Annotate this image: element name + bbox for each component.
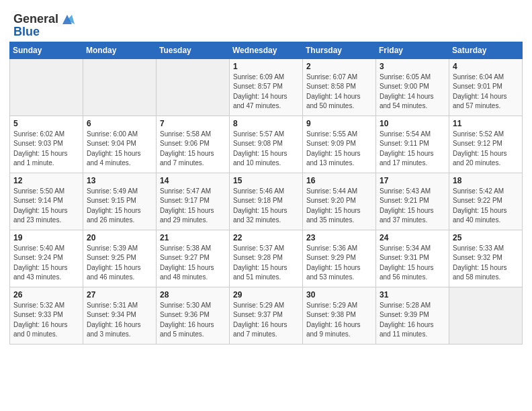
- day-number: 2: [306, 62, 372, 71]
- day-number: 10: [380, 119, 445, 128]
- calendar-day-cell: [83, 58, 157, 116]
- day-number: 14: [160, 176, 226, 185]
- day-number: 1: [233, 62, 299, 71]
- day-info: Sunrise: 5:30 AM Sunset: 9:36 PM Dayligh…: [160, 301, 226, 340]
- day-number: 27: [87, 290, 152, 300]
- weekday-header-saturday: Saturday: [449, 42, 523, 58]
- calendar-day-cell: 9Sunrise: 5:55 AM Sunset: 9:09 PM Daylig…: [303, 116, 376, 173]
- day-number: 28: [160, 290, 226, 300]
- day-number: 30: [306, 290, 372, 300]
- day-info: Sunrise: 6:09 AM Sunset: 8:57 PM Dayligh…: [233, 73, 299, 111]
- day-info: Sunrise: 5:29 AM Sunset: 9:37 PM Dayligh…: [233, 301, 299, 340]
- day-info: Sunrise: 5:47 AM Sunset: 9:17 PM Dayligh…: [160, 187, 226, 226]
- day-number: 25: [453, 233, 519, 242]
- calendar-day-cell: 12Sunrise: 5:50 AM Sunset: 9:14 PM Dayli…: [10, 173, 83, 230]
- day-info: Sunrise: 5:46 AM Sunset: 9:18 PM Dayligh…: [233, 187, 299, 226]
- calendar-day-cell: 22Sunrise: 5:37 AM Sunset: 9:28 PM Dayli…: [230, 230, 303, 287]
- calendar-day-cell: 21Sunrise: 5:38 AM Sunset: 9:27 PM Dayli…: [157, 230, 230, 287]
- day-info: Sunrise: 5:43 AM Sunset: 9:21 PM Dayligh…: [380, 187, 445, 226]
- calendar-day-cell: 23Sunrise: 5:36 AM Sunset: 9:29 PM Dayli…: [303, 230, 376, 287]
- calendar-day-cell: 19Sunrise: 5:40 AM Sunset: 9:24 PM Dayli…: [10, 230, 83, 287]
- day-number: 26: [13, 290, 79, 300]
- day-number: 17: [380, 176, 445, 185]
- day-info: Sunrise: 5:44 AM Sunset: 9:20 PM Dayligh…: [306, 187, 372, 226]
- day-info: Sunrise: 5:58 AM Sunset: 9:06 PM Dayligh…: [160, 130, 226, 169]
- calendar-day-cell: 16Sunrise: 5:44 AM Sunset: 9:20 PM Dayli…: [303, 173, 376, 230]
- weekday-header-row: SundayMondayTuesdayWednesdayThursdayFrid…: [10, 42, 523, 58]
- calendar-day-cell: 2Sunrise: 6:07 AM Sunset: 8:58 PM Daylig…: [303, 58, 376, 116]
- calendar-day-cell: 3Sunrise: 6:05 AM Sunset: 9:00 PM Daylig…: [376, 58, 449, 116]
- calendar-day-cell: [157, 58, 230, 116]
- day-info: Sunrise: 5:40 AM Sunset: 9:24 PM Dayligh…: [13, 244, 79, 283]
- day-number: 6: [87, 119, 152, 128]
- header: General Blue: [7, 7, 525, 42]
- calendar-day-cell: 29Sunrise: 5:29 AM Sunset: 9:37 PM Dayli…: [230, 287, 303, 344]
- calendar-day-cell: 4Sunrise: 6:04 AM Sunset: 9:01 PM Daylig…: [449, 58, 523, 116]
- calendar-day-cell: [10, 58, 83, 116]
- day-info: Sunrise: 5:29 AM Sunset: 9:38 PM Dayligh…: [306, 301, 372, 340]
- day-info: Sunrise: 5:42 AM Sunset: 9:22 PM Dayligh…: [453, 187, 519, 226]
- day-number: 8: [233, 119, 299, 128]
- day-info: Sunrise: 5:33 AM Sunset: 9:32 PM Dayligh…: [453, 244, 519, 283]
- calendar-day-cell: 30Sunrise: 5:29 AM Sunset: 9:38 PM Dayli…: [303, 287, 376, 344]
- day-number: 11: [453, 119, 519, 128]
- calendar-week-row: 19Sunrise: 5:40 AM Sunset: 9:24 PM Dayli…: [10, 230, 523, 287]
- calendar-table: SundayMondayTuesdayWednesdayThursdayFrid…: [9, 42, 523, 345]
- day-number: 12: [13, 176, 79, 185]
- day-number: 15: [233, 176, 299, 185]
- calendar-day-cell: 13Sunrise: 5:49 AM Sunset: 9:15 PM Dayli…: [83, 173, 157, 230]
- day-number: 20: [87, 233, 152, 242]
- day-info: Sunrise: 5:39 AM Sunset: 9:25 PM Dayligh…: [87, 244, 152, 283]
- day-number: 22: [233, 233, 299, 242]
- day-info: Sunrise: 5:55 AM Sunset: 9:09 PM Dayligh…: [306, 130, 372, 169]
- calendar-day-cell: 24Sunrise: 5:34 AM Sunset: 9:31 PM Dayli…: [376, 230, 449, 287]
- calendar-day-cell: 25Sunrise: 5:33 AM Sunset: 9:32 PM Dayli…: [449, 230, 523, 287]
- weekday-header-sunday: Sunday: [10, 42, 83, 58]
- calendar-day-cell: 27Sunrise: 5:31 AM Sunset: 9:34 PM Dayli…: [83, 287, 157, 344]
- calendar-day-cell: 11Sunrise: 5:52 AM Sunset: 9:12 PM Dayli…: [449, 116, 523, 173]
- day-info: Sunrise: 5:28 AM Sunset: 9:39 PM Dayligh…: [380, 301, 445, 340]
- weekday-header-friday: Friday: [376, 42, 449, 58]
- calendar-day-cell: [449, 287, 523, 344]
- calendar-day-cell: 5Sunrise: 6:02 AM Sunset: 9:03 PM Daylig…: [10, 116, 83, 173]
- weekday-header-monday: Monday: [83, 42, 157, 58]
- day-number: 9: [306, 119, 372, 128]
- day-number: 24: [380, 233, 445, 242]
- calendar-day-cell: 8Sunrise: 5:57 AM Sunset: 9:08 PM Daylig…: [230, 116, 303, 173]
- calendar-day-cell: 15Sunrise: 5:46 AM Sunset: 9:18 PM Dayli…: [230, 173, 303, 230]
- day-number: 21: [160, 233, 226, 242]
- day-info: Sunrise: 5:52 AM Sunset: 9:12 PM Dayligh…: [453, 130, 519, 169]
- day-number: 5: [13, 119, 79, 128]
- day-info: Sunrise: 5:32 AM Sunset: 9:33 PM Dayligh…: [13, 301, 79, 340]
- day-number: 16: [306, 176, 372, 185]
- calendar-day-cell: 1Sunrise: 6:09 AM Sunset: 8:57 PM Daylig…: [230, 58, 303, 116]
- day-info: Sunrise: 5:50 AM Sunset: 9:14 PM Dayligh…: [13, 187, 79, 226]
- calendar-day-cell: 18Sunrise: 5:42 AM Sunset: 9:22 PM Dayli…: [449, 173, 523, 230]
- calendar-week-row: 5Sunrise: 6:02 AM Sunset: 9:03 PM Daylig…: [10, 116, 523, 173]
- calendar-week-row: 12Sunrise: 5:50 AM Sunset: 9:14 PM Dayli…: [10, 173, 523, 230]
- calendar-week-row: 1Sunrise: 6:09 AM Sunset: 8:57 PM Daylig…: [10, 58, 523, 116]
- weekday-header-tuesday: Tuesday: [157, 42, 230, 58]
- calendar-day-cell: 7Sunrise: 5:58 AM Sunset: 9:06 PM Daylig…: [157, 116, 230, 173]
- logo-icon: [60, 12, 75, 27]
- calendar-week-row: 26Sunrise: 5:32 AM Sunset: 9:33 PM Dayli…: [10, 287, 523, 344]
- day-number: 18: [453, 176, 519, 185]
- day-info: Sunrise: 5:36 AM Sunset: 9:29 PM Dayligh…: [306, 244, 372, 283]
- calendar-day-cell: 28Sunrise: 5:30 AM Sunset: 9:36 PM Dayli…: [157, 287, 230, 344]
- calendar-day-cell: 31Sunrise: 5:28 AM Sunset: 9:39 PM Dayli…: [376, 287, 449, 344]
- logo: General Blue: [13, 12, 75, 39]
- weekday-header-wednesday: Wednesday: [230, 42, 303, 58]
- logo-blue: Blue: [13, 26, 40, 39]
- calendar-day-cell: 10Sunrise: 5:54 AM Sunset: 9:11 PM Dayli…: [376, 116, 449, 173]
- day-info: Sunrise: 6:02 AM Sunset: 9:03 PM Dayligh…: [13, 130, 79, 169]
- day-info: Sunrise: 6:07 AM Sunset: 8:58 PM Dayligh…: [306, 73, 372, 111]
- day-info: Sunrise: 5:34 AM Sunset: 9:31 PM Dayligh…: [380, 244, 445, 283]
- day-info: Sunrise: 5:57 AM Sunset: 9:08 PM Dayligh…: [233, 130, 299, 169]
- calendar-day-cell: 26Sunrise: 5:32 AM Sunset: 9:33 PM Dayli…: [10, 287, 83, 344]
- calendar-day-cell: 14Sunrise: 5:47 AM Sunset: 9:17 PM Dayli…: [157, 173, 230, 230]
- day-number: 19: [13, 233, 79, 242]
- logo-general: General: [13, 13, 58, 26]
- day-info: Sunrise: 5:54 AM Sunset: 9:11 PM Dayligh…: [380, 130, 445, 169]
- day-number: 3: [380, 62, 445, 71]
- day-info: Sunrise: 5:31 AM Sunset: 9:34 PM Dayligh…: [87, 301, 152, 340]
